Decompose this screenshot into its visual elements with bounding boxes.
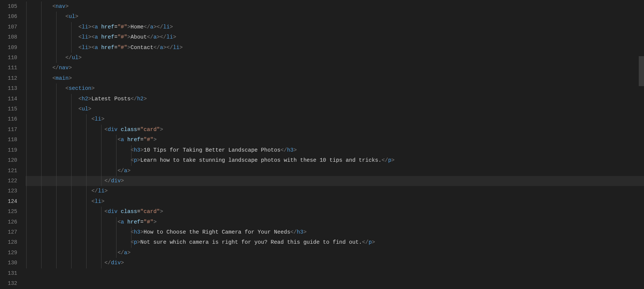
token-bracket: >< [88, 45, 94, 51]
indent-guide [116, 135, 117, 145]
token-bracket: > [160, 127, 163, 133]
token-eq: = [114, 24, 118, 30]
token-attr-value: "#" [143, 137, 153, 143]
code-line[interactable]: <a href="#"> [25, 135, 644, 145]
indent-guide [26, 135, 27, 145]
token-tag: ul [69, 13, 75, 19]
indent-guide [101, 176, 102, 186]
line-number: 113 [0, 83, 25, 94]
token-bracket: ></ [153, 24, 163, 30]
indent-guide [101, 135, 102, 145]
indent-whitespace [26, 116, 91, 122]
indent-guide [41, 248, 42, 258]
vertical-scrollbar-thumb[interactable] [639, 56, 644, 86]
token-attr-value: "#" [118, 24, 127, 30]
indent-whitespace [26, 65, 52, 71]
indent-guide [71, 104, 72, 114]
code-line[interactable]: <nav> [25, 1, 644, 12]
indent-guide [101, 248, 102, 258]
indent-guide [26, 186, 27, 196]
code-line[interactable]: </a> [25, 248, 644, 258]
token-tag: h3 [134, 147, 140, 153]
line-number: 105 [0, 1, 25, 12]
indent-whitespace [26, 24, 78, 30]
code-area[interactable]: <nav> <ul> <li><a href="#">Home</a></li>… [25, 0, 644, 289]
code-editor[interactable]: 1051061071081091101111121131141151161171… [0, 0, 644, 289]
code-line[interactable]: <p>Learn how to take stunning landscape … [25, 155, 644, 165]
code-line[interactable]: <div class="card"> [25, 125, 644, 135]
code-line[interactable]: <ul> [25, 12, 644, 22]
indent-guide [26, 22, 27, 32]
indent-guide [26, 73, 27, 83]
indent-whitespace [26, 168, 118, 174]
code-line[interactable]: </a> [25, 166, 644, 176]
indent-guide [56, 53, 57, 63]
code-line[interactable]: </ul> [25, 53, 644, 63]
token-bracket: > [303, 229, 307, 235]
token-eq: = [114, 34, 118, 40]
indent-guide [56, 12, 57, 22]
indent-guide [41, 217, 42, 227]
token-tag: section [69, 85, 91, 91]
indent-guide [71, 217, 72, 227]
token-attr-value: "card" [140, 127, 160, 133]
token-bracket: >< [88, 24, 94, 30]
indent-guide [41, 258, 42, 268]
indent-guide [86, 145, 87, 155]
token-bracket: < [105, 209, 108, 215]
indent-guide [41, 186, 42, 196]
token-bracket: > [170, 24, 173, 30]
code-line[interactable]: <ul> [25, 104, 644, 114]
line-number: 110 [0, 53, 25, 63]
indent-guide [86, 125, 87, 135]
code-line[interactable]: <li><a href="#">About</a></li> [25, 32, 644, 42]
vertical-scrollbar-track[interactable] [639, 0, 644, 289]
indent-guide [71, 125, 72, 135]
code-line[interactable]: <a href="#"> [25, 217, 644, 227]
token-attr-name: href [127, 219, 140, 225]
token-attr-name: href [101, 45, 114, 51]
code-line[interactable]: <p>Not sure which camera is right for yo… [25, 237, 644, 247]
code-line[interactable]: <li><a href="#">Home</a></li> [25, 22, 644, 32]
code-line[interactable]: <main> [25, 73, 644, 83]
code-line[interactable]: <li><a href="#">Contact</a></li> [25, 43, 644, 53]
indent-guide [71, 22, 72, 32]
code-line[interactable]: <h2>Latest Posts</h2> [25, 94, 644, 104]
token-bracket: </ [91, 188, 98, 194]
line-number: 106 [0, 12, 25, 22]
indent-guide [41, 73, 42, 83]
code-line[interactable]: </li> [25, 186, 644, 196]
token-bracket: > [75, 13, 79, 19]
indent-guide [56, 227, 57, 237]
code-line[interactable]: <li> [25, 114, 644, 124]
code-line[interactable]: <div class="card"> [25, 207, 644, 217]
code-line[interactable]: </div> [25, 176, 644, 186]
indent-guide [41, 63, 42, 73]
token-bracket: > [153, 219, 157, 225]
token-bracket: < [78, 45, 82, 51]
token-attr-name: href [101, 24, 114, 30]
code-line[interactable]: <h3>How to Choose the Right Camera for Y… [25, 227, 644, 237]
indent-guide [41, 207, 42, 217]
token-text: Not sure which camera is right for you? … [140, 239, 362, 245]
indent-whitespace [26, 96, 78, 102]
indent-guide [101, 217, 102, 227]
code-line[interactable]: <section> [25, 83, 644, 94]
indent-guide [131, 155, 131, 165]
indent-guide [26, 43, 27, 53]
code-line[interactable]: </div> [25, 258, 644, 268]
indent-guide [101, 155, 102, 165]
indent-guide [41, 104, 42, 114]
token-bracket: > [91, 85, 95, 91]
indent-guide [86, 166, 87, 176]
token-attr-value: "card" [140, 209, 160, 215]
token-tag: li [163, 24, 170, 30]
code-line[interactable]: <h3>10 Tips for Taking Better Landscape … [25, 145, 644, 155]
line-number: 124 [0, 197, 25, 207]
token-tag: div [111, 260, 121, 266]
indent-whitespace [26, 13, 65, 19]
code-line[interactable]: </nav> [25, 63, 644, 73]
indent-guide [71, 197, 72, 207]
code-line[interactable]: <li> [25, 197, 644, 207]
indent-guide [56, 114, 57, 124]
